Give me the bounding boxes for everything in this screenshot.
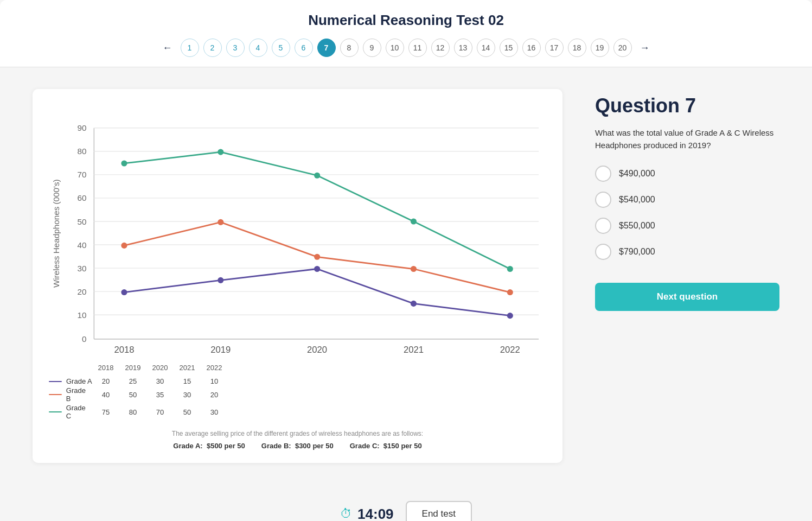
svg-text:30: 30 xyxy=(77,264,86,273)
nav-question-15[interactable]: 15 xyxy=(500,39,518,57)
svg-text:20: 20 xyxy=(77,287,86,296)
grade-a-line xyxy=(124,269,510,315)
page-title: Numerical Reasoning Test 02 xyxy=(0,12,812,29)
nav-question-3[interactable]: 3 xyxy=(226,39,245,57)
answer-option-a[interactable]: $490,000 xyxy=(595,166,779,182)
svg-point-34 xyxy=(411,266,417,272)
end-test-button[interactable]: End test xyxy=(406,501,472,521)
radio-b[interactable] xyxy=(595,192,611,208)
chart-legend-header: 2018 2019 2020 2021 2022 xyxy=(49,364,546,372)
answer-option-d[interactable]: $790,000 xyxy=(595,244,779,260)
svg-text:80: 80 xyxy=(77,147,86,156)
legend-row-grade-c: Grade C 75 80 70 50 30 xyxy=(49,404,546,420)
svg-point-29 xyxy=(411,301,417,307)
nav-question-8[interactable]: 8 xyxy=(340,39,359,57)
svg-text:2021: 2021 xyxy=(404,345,424,355)
main-content: Wireless Headphones (000's) 90 80 70 xyxy=(0,67,812,485)
nav-question-18[interactable]: 18 xyxy=(568,39,586,57)
svg-point-35 xyxy=(507,289,513,295)
legend-row-grade-b: Grade B 40 50 35 30 20 xyxy=(49,386,546,403)
svg-text:70: 70 xyxy=(77,170,86,179)
grade-a-legend-line xyxy=(49,381,62,382)
question-navigation: ← 1234567891011121314151617181920 → xyxy=(0,39,812,67)
svg-text:90: 90 xyxy=(77,123,86,132)
nav-question-1[interactable]: 1 xyxy=(181,39,199,57)
answer-option-c[interactable]: $550,000 xyxy=(595,218,779,234)
y-axis-title: Wireless Headphones (000's) xyxy=(52,179,61,288)
grade-c-legend-line xyxy=(49,411,62,412)
nav-question-16[interactable]: 16 xyxy=(522,39,541,57)
svg-text:0: 0 xyxy=(82,334,87,344)
svg-text:50: 50 xyxy=(77,217,86,226)
grade-c-line xyxy=(124,152,510,269)
svg-point-33 xyxy=(314,254,320,260)
answer-label-a: $490,000 xyxy=(619,169,655,179)
nav-question-19[interactable]: 19 xyxy=(591,39,609,57)
svg-text:10: 10 xyxy=(77,310,86,320)
nav-question-12[interactable]: 12 xyxy=(431,39,450,57)
header: Numerical Reasoning Test 02 ← 1234567891… xyxy=(0,0,812,67)
svg-text:40: 40 xyxy=(77,240,86,250)
nav-next-arrow[interactable]: → xyxy=(636,39,654,56)
nav-question-11[interactable]: 11 xyxy=(408,39,427,57)
answer-label-d: $790,000 xyxy=(619,247,655,257)
grade-a-label: Grade A xyxy=(66,377,92,385)
line-chart: Wireless Headphones (000's) 90 80 70 xyxy=(49,105,546,361)
nav-question-4[interactable]: 4 xyxy=(249,39,267,57)
svg-text:2019: 2019 xyxy=(210,345,231,355)
grade-b-legend-line xyxy=(49,394,62,395)
chart-area: Wireless Headphones (000's) 90 80 70 xyxy=(49,105,546,361)
chart-prices: Grade A: $500 per 50 Grade B: $300 per 5… xyxy=(49,442,546,450)
svg-text:60: 60 xyxy=(77,193,86,202)
nav-question-2[interactable]: 2 xyxy=(203,39,222,57)
svg-text:2022: 2022 xyxy=(500,345,520,355)
timer-icon: ⏱ xyxy=(340,507,352,521)
nav-question-13[interactable]: 13 xyxy=(454,39,472,57)
nav-question-7[interactable]: 7 xyxy=(317,39,336,57)
legend-row-grade-a: Grade A 20 25 30 15 10 xyxy=(49,377,546,385)
grade-c-label: Grade C xyxy=(66,404,92,420)
nav-question-6[interactable]: 6 xyxy=(295,39,313,57)
radio-c[interactable] xyxy=(595,218,611,234)
nav-numbers: 1234567891011121314151617181920 xyxy=(181,39,632,57)
nav-question-17[interactable]: 17 xyxy=(545,39,564,57)
answer-option-b[interactable]: $540,000 xyxy=(595,192,779,208)
grade-b-label: Grade B xyxy=(66,386,92,403)
grade-c-price: Grade C: $150 per 50 xyxy=(350,442,422,450)
question-title: Question 7 xyxy=(595,94,779,117)
nav-question-5[interactable]: 5 xyxy=(272,39,290,57)
chart-legend: Grade A 20 25 30 15 10 Grade B 40 50 xyxy=(49,377,546,420)
radio-d[interactable] xyxy=(595,244,611,260)
svg-point-31 xyxy=(121,243,127,249)
chart-panel: Wireless Headphones (000's) 90 80 70 xyxy=(33,89,562,463)
nav-question-9[interactable]: 9 xyxy=(363,39,381,57)
svg-text:2018: 2018 xyxy=(114,345,134,355)
answer-label-b: $540,000 xyxy=(619,195,655,205)
nav-question-10[interactable]: 10 xyxy=(386,39,404,57)
nav-prev-arrow[interactable]: ← xyxy=(159,39,176,56)
svg-point-26 xyxy=(121,289,127,295)
next-question-button[interactable]: Next question xyxy=(595,283,779,311)
nav-question-14[interactable]: 14 xyxy=(477,39,495,57)
svg-text:2020: 2020 xyxy=(307,345,327,355)
answer-label-c: $550,000 xyxy=(619,221,655,231)
svg-point-40 xyxy=(507,266,513,272)
svg-point-30 xyxy=(507,313,513,319)
radio-a[interactable] xyxy=(595,166,611,182)
timer-area: ⏱ 14:09 xyxy=(340,506,394,521)
svg-point-37 xyxy=(218,149,223,155)
question-panel: Question 7 What was the total value of G… xyxy=(595,89,779,311)
svg-point-36 xyxy=(121,160,127,166)
svg-point-32 xyxy=(218,219,223,225)
svg-point-39 xyxy=(411,218,417,224)
grade-a-price: Grade A: $500 per 50 xyxy=(173,442,245,450)
svg-point-28 xyxy=(314,266,320,272)
svg-point-27 xyxy=(218,277,223,283)
grade-b-price: Grade B: $300 per 50 xyxy=(261,442,334,450)
timer-display: 14:09 xyxy=(357,506,394,521)
nav-question-20[interactable]: 20 xyxy=(613,39,632,57)
svg-point-38 xyxy=(314,173,320,179)
footer: ⏱ 14:09 End test xyxy=(0,485,812,521)
question-text: What was the total value of Grade A & C … xyxy=(595,127,779,151)
chart-footnote: The average selling price of the differe… xyxy=(49,430,546,437)
